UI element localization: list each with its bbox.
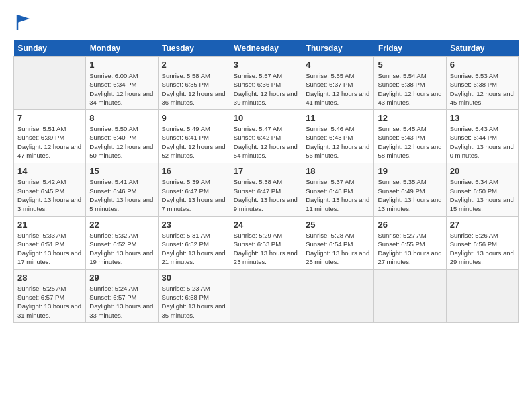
calendar-cell: 14Sunrise: 5:42 AMSunset: 6:45 PMDayligh… [14,163,86,216]
day-info: Sunrise: 5:29 AMSunset: 6:53 PMDaylight:… [234,231,298,267]
day-info: Sunrise: 5:47 AMSunset: 6:42 PMDaylight:… [234,124,298,160]
day-info: Sunrise: 5:38 AMSunset: 6:47 PMDaylight:… [234,177,298,213]
calendar-cell: 24Sunrise: 5:29 AMSunset: 6:53 PMDayligh… [230,216,302,269]
day-number: 2 [162,60,226,70]
day-info: Sunrise: 5:43 AMSunset: 6:44 PMDaylight:… [450,124,515,160]
day-number: 22 [89,220,154,230]
day-number: 9 [162,113,226,123]
calendar-cell [446,269,518,322]
col-friday: Friday [374,40,446,57]
day-number: 25 [306,220,370,230]
day-number: 20 [450,166,515,176]
col-tuesday: Tuesday [158,40,230,57]
day-number: 30 [162,273,226,283]
logo-text [13,12,34,31]
day-number: 27 [450,220,515,230]
day-info: Sunrise: 5:57 AMSunset: 6:36 PMDaylight:… [234,71,298,107]
calendar-cell: 1Sunrise: 6:00 AMSunset: 6:34 PMDaylight… [86,57,158,110]
day-number: 7 [17,113,82,123]
calendar-cell: 19Sunrise: 5:35 AMSunset: 6:49 PMDayligh… [374,163,446,216]
logo [13,12,34,31]
day-info: Sunrise: 5:24 AMSunset: 6:57 PMDaylight:… [89,284,154,320]
day-number: 18 [306,166,370,176]
day-info: Sunrise: 5:35 AMSunset: 6:49 PMDaylight:… [378,177,442,213]
day-number: 16 [162,166,226,176]
day-info: Sunrise: 5:49 AMSunset: 6:41 PMDaylight:… [162,124,226,160]
logo-flag-icon [15,12,34,31]
col-monday: Monday [86,40,158,57]
header [13,12,519,31]
calendar-cell: 25Sunrise: 5:28 AMSunset: 6:54 PMDayligh… [302,216,374,269]
day-number: 5 [378,60,442,70]
calendar-cell: 7Sunrise: 5:51 AMSunset: 6:39 PMDaylight… [14,110,86,163]
day-info: Sunrise: 5:39 AMSunset: 6:47 PMDaylight:… [162,177,226,213]
calendar-cell: 13Sunrise: 5:43 AMSunset: 6:44 PMDayligh… [446,110,518,163]
calendar-cell: 26Sunrise: 5:27 AMSunset: 6:55 PMDayligh… [374,216,446,269]
calendar-table: Sunday Monday Tuesday Wednesday Thursday… [13,40,519,323]
calendar-cell: 20Sunrise: 5:34 AMSunset: 6:50 PMDayligh… [446,163,518,216]
day-number: 4 [306,60,370,70]
calendar-cell: 29Sunrise: 5:24 AMSunset: 6:57 PMDayligh… [86,269,158,322]
calendar-cell [230,269,302,322]
day-number: 14 [17,166,82,176]
day-info: Sunrise: 5:28 AMSunset: 6:54 PMDaylight:… [306,231,370,267]
day-number: 26 [378,220,442,230]
day-number: 19 [378,166,442,176]
calendar-cell: 6Sunrise: 5:53 AMSunset: 6:38 PMDaylight… [446,57,518,110]
day-info: Sunrise: 5:53 AMSunset: 6:38 PMDaylight:… [450,71,515,107]
calendar-cell: 21Sunrise: 5:33 AMSunset: 6:51 PMDayligh… [14,216,86,269]
calendar-cell: 12Sunrise: 5:45 AMSunset: 6:43 PMDayligh… [374,110,446,163]
day-info: Sunrise: 5:27 AMSunset: 6:55 PMDaylight:… [378,231,442,267]
calendar-cell: 9Sunrise: 5:49 AMSunset: 6:41 PMDaylight… [158,110,230,163]
calendar-cell: 18Sunrise: 5:37 AMSunset: 6:48 PMDayligh… [302,163,374,216]
day-info: Sunrise: 5:50 AMSunset: 6:40 PMDaylight:… [89,124,154,160]
day-number: 15 [89,166,154,176]
day-info: Sunrise: 5:34 AMSunset: 6:50 PMDaylight:… [450,177,515,213]
calendar-cell: 10Sunrise: 5:47 AMSunset: 6:42 PMDayligh… [230,110,302,163]
col-sunday: Sunday [14,40,86,57]
page: Sunday Monday Tuesday Wednesday Thursday… [0,0,532,330]
calendar-week-1: 1Sunrise: 6:00 AMSunset: 6:34 PMDaylight… [14,57,519,110]
calendar-body: 1Sunrise: 6:00 AMSunset: 6:34 PMDaylight… [14,57,519,323]
day-number: 21 [17,220,82,230]
day-info: Sunrise: 5:45 AMSunset: 6:43 PMDaylight:… [378,124,442,160]
calendar-cell: 4Sunrise: 5:55 AMSunset: 6:37 PMDaylight… [302,57,374,110]
day-number: 24 [234,220,298,230]
day-number: 29 [89,273,154,283]
day-number: 23 [162,220,226,230]
day-number: 28 [17,273,82,283]
calendar-cell [14,57,86,110]
calendar-cell: 11Sunrise: 5:46 AMSunset: 6:43 PMDayligh… [302,110,374,163]
day-info: Sunrise: 5:58 AMSunset: 6:35 PMDaylight:… [162,71,226,107]
calendar-cell [374,269,446,322]
day-info: Sunrise: 6:00 AMSunset: 6:34 PMDaylight:… [89,71,154,107]
calendar-cell: 27Sunrise: 5:26 AMSunset: 6:56 PMDayligh… [446,216,518,269]
calendar-cell: 16Sunrise: 5:39 AMSunset: 6:47 PMDayligh… [158,163,230,216]
calendar-cell: 8Sunrise: 5:50 AMSunset: 6:40 PMDaylight… [86,110,158,163]
day-number: 11 [306,113,370,123]
day-number: 6 [450,60,515,70]
calendar-cell: 23Sunrise: 5:31 AMSunset: 6:52 PMDayligh… [158,216,230,269]
calendar-cell [302,269,374,322]
day-info: Sunrise: 5:37 AMSunset: 6:48 PMDaylight:… [306,177,370,213]
day-number: 17 [234,166,298,176]
header-row: Sunday Monday Tuesday Wednesday Thursday… [14,40,519,57]
col-thursday: Thursday [302,40,374,57]
day-info: Sunrise: 5:32 AMSunset: 6:52 PMDaylight:… [89,231,154,267]
day-number: 3 [234,60,298,70]
day-info: Sunrise: 5:51 AMSunset: 6:39 PMDaylight:… [17,124,82,160]
day-info: Sunrise: 5:33 AMSunset: 6:51 PMDaylight:… [17,231,82,267]
day-number: 12 [378,113,442,123]
col-wednesday: Wednesday [230,40,302,57]
day-number: 10 [234,113,298,123]
calendar-week-5: 28Sunrise: 5:25 AMSunset: 6:57 PMDayligh… [14,269,519,322]
day-info: Sunrise: 5:55 AMSunset: 6:37 PMDaylight:… [306,71,370,107]
day-info: Sunrise: 5:41 AMSunset: 6:46 PMDaylight:… [89,177,154,213]
day-info: Sunrise: 5:31 AMSunset: 6:52 PMDaylight:… [162,231,226,267]
day-info: Sunrise: 5:46 AMSunset: 6:43 PMDaylight:… [306,124,370,160]
calendar-header: Sunday Monday Tuesday Wednesday Thursday… [14,40,519,57]
calendar-week-3: 14Sunrise: 5:42 AMSunset: 6:45 PMDayligh… [14,163,519,216]
day-info: Sunrise: 5:23 AMSunset: 6:58 PMDaylight:… [162,284,226,320]
calendar-cell: 22Sunrise: 5:32 AMSunset: 6:52 PMDayligh… [86,216,158,269]
day-number: 13 [450,113,515,123]
